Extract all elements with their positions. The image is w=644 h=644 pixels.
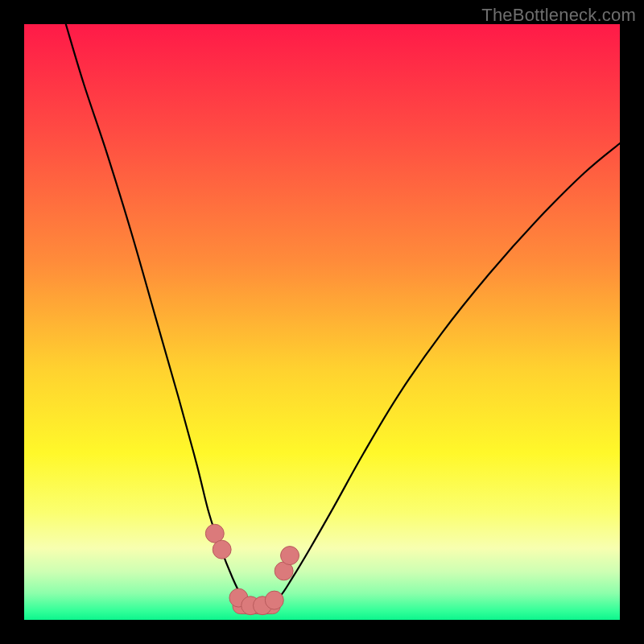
watermark-text: TheBottleneck.com [481,5,636,26]
svg-rect-0 [24,24,620,620]
background-gradient [24,24,620,620]
chart-frame: TheBottleneck.com [0,0,644,644]
plot-area [24,24,620,620]
